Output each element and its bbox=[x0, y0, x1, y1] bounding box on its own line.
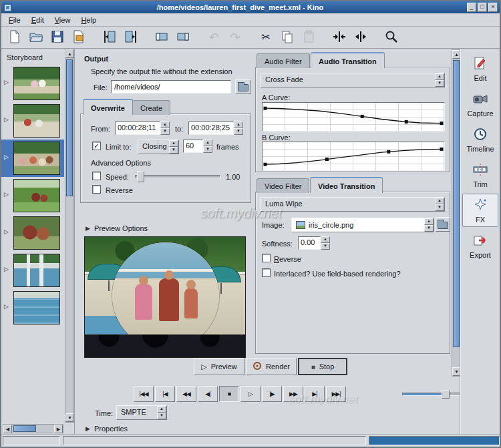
combo-steppers[interactable]: ▲▼ bbox=[424, 218, 434, 232]
clip-thumbnail[interactable] bbox=[13, 216, 60, 250]
spin-up-icon[interactable]: ▲ bbox=[160, 122, 170, 128]
join-scenes-button[interactable] bbox=[330, 28, 349, 47]
insert-clip-after-button[interactable] bbox=[122, 28, 140, 47]
open-file-button[interactable] bbox=[27, 28, 45, 47]
audio-transition-combo[interactable]: Cross Fade ▲▼ bbox=[261, 73, 445, 87]
clip-thumbnail[interactable] bbox=[13, 291, 60, 324]
redo-button[interactable]: ↷ bbox=[226, 28, 244, 47]
mode-button-export[interactable]: Export bbox=[462, 229, 498, 262]
limit-mode-combo[interactable]: Closing ▲▼ bbox=[138, 140, 179, 154]
split-scene-button[interactable] bbox=[351, 28, 370, 47]
transport-button[interactable]: ▶▶| bbox=[326, 386, 346, 402]
time-format-combo[interactable]: SMPTE ▲▼ bbox=[116, 405, 167, 420]
mode-button-fx[interactable]: FX bbox=[462, 194, 498, 227]
combo-down-icon[interactable]: ▼ bbox=[169, 147, 178, 154]
copy-button[interactable] bbox=[278, 28, 297, 47]
frames-spinner[interactable]: 60 ▲▼ bbox=[183, 140, 212, 153]
frames-value[interactable]: 60 bbox=[183, 140, 203, 153]
spin-down-icon[interactable]: ▼ bbox=[203, 146, 212, 153]
storyboard-clip[interactable]: ▷ bbox=[1, 177, 64, 214]
combo-up-icon[interactable]: ▲ bbox=[169, 140, 178, 147]
speed-checkbox[interactable] bbox=[92, 172, 101, 180]
clip-thumbnail[interactable] bbox=[13, 142, 60, 175]
scroll-down-icon[interactable]: ▼ bbox=[65, 413, 74, 422]
reverse-checkbox[interactable] bbox=[92, 185, 101, 194]
storyboard-hscrollbar[interactable]: ◀ ▶ bbox=[3, 424, 63, 433]
undo-button[interactable]: ↶ bbox=[204, 28, 223, 47]
spin-down-icon[interactable]: ▼ bbox=[234, 128, 243, 135]
trim-end-button[interactable] bbox=[174, 28, 192, 47]
tab-audio-filter[interactable]: Audio Filter bbox=[257, 53, 310, 68]
maximize-button[interactable]: □ bbox=[478, 3, 487, 12]
menu-help[interactable]: Help bbox=[76, 15, 101, 25]
storyboard-vscrollbar[interactable]: ▲ ▼ bbox=[65, 49, 74, 423]
to-timecode-spinner[interactable]: 00:00:28;25 ▲▼ bbox=[188, 122, 243, 135]
transport-button[interactable]: ▶| bbox=[305, 386, 325, 402]
combo-steppers[interactable]: ▲▼ bbox=[157, 406, 166, 419]
transport-button[interactable]: ◀| bbox=[198, 386, 218, 402]
close-button[interactable]: × bbox=[488, 3, 498, 12]
from-timecode-value[interactable]: 00:00:28;11 bbox=[115, 122, 160, 135]
paste-button[interactable] bbox=[299, 28, 318, 47]
spin-up-icon[interactable]: ▲ bbox=[321, 236, 330, 243]
titlebar[interactable]: /home/videos/lauren_first_dive_meet.xml … bbox=[1, 1, 500, 13]
zoom-button[interactable] bbox=[382, 28, 401, 47]
spin-down-icon[interactable]: ▼ bbox=[160, 128, 170, 135]
preview-button[interactable]: ▷ Preview bbox=[194, 358, 244, 375]
mode-button-edit[interactable]: Edit bbox=[462, 52, 498, 85]
spin-down-icon[interactable]: ▼ bbox=[321, 243, 330, 250]
storyboard-clip[interactable]: ▷ bbox=[1, 252, 64, 289]
transport-button[interactable]: ▶▶ bbox=[283, 386, 303, 402]
scroll-left-icon[interactable]: ◀ bbox=[3, 425, 12, 433]
stop-button[interactable]: ■ Stop bbox=[298, 358, 347, 375]
storyboard-hscroll-thumb[interactable] bbox=[13, 425, 36, 432]
menu-edit[interactable]: Edit bbox=[27, 15, 49, 25]
menu-view[interactable]: View bbox=[50, 15, 75, 25]
storyboard-clip[interactable]: ▷ bbox=[1, 65, 64, 102]
video-transition-combo[interactable]: Luma Wipe ▲▼ bbox=[261, 197, 445, 212]
combo-steppers[interactable]: ▲▼ bbox=[169, 140, 178, 154]
spin-steppers[interactable]: ▲▼ bbox=[160, 122, 170, 135]
clip-thumbnail[interactable] bbox=[13, 67, 60, 100]
clip-thumbnail[interactable] bbox=[13, 179, 60, 212]
spin-up-icon[interactable]: ▲ bbox=[234, 122, 243, 128]
image-browse-button[interactable] bbox=[436, 217, 450, 232]
clip-thumbnail[interactable] bbox=[13, 104, 60, 138]
combo-steppers[interactable]: ▲▼ bbox=[435, 198, 444, 211]
minimize-button[interactable]: _ bbox=[467, 3, 476, 12]
properties-expander[interactable]: ▶ Properties bbox=[86, 425, 128, 433]
mode-button-timeline[interactable]: Timeline bbox=[462, 123, 498, 156]
save-file-button[interactable] bbox=[48, 28, 67, 47]
softness-spinner[interactable]: 0.00 ▲▼ bbox=[298, 236, 330, 250]
tab-video-transition[interactable]: Video Transition bbox=[310, 177, 383, 193]
spin-up-icon[interactable]: ▲ bbox=[203, 140, 212, 146]
combo-down-icon[interactable]: ▼ bbox=[157, 413, 166, 419]
combo-down-icon[interactable]: ▼ bbox=[435, 204, 444, 211]
b-curve-graph[interactable] bbox=[262, 142, 445, 171]
scroll-up-icon[interactable]: ▲ bbox=[65, 49, 74, 58]
a-curve-graph[interactable] bbox=[262, 102, 445, 132]
panel-vscroll-thumb[interactable] bbox=[453, 60, 460, 347]
mode-button-trim[interactable]: Trim bbox=[462, 158, 498, 192]
tab-video-filter[interactable]: Video Filter bbox=[257, 178, 309, 193]
preview-options-expander[interactable]: ▶ Preview Options bbox=[86, 224, 148, 232]
transport-button[interactable]: |◀◀ bbox=[134, 386, 154, 402]
storyboard-clip[interactable]: ▷ bbox=[1, 214, 64, 252]
softness-value[interactable]: 0.00 bbox=[298, 236, 321, 250]
tab-create[interactable]: Create bbox=[132, 100, 170, 115]
transport-button[interactable]: ◀◀ bbox=[176, 386, 196, 402]
combo-down-icon[interactable]: ▼ bbox=[424, 225, 434, 232]
mode-button-capture[interactable]: Capture bbox=[462, 87, 498, 121]
spin-steppers[interactable]: ▲▼ bbox=[321, 236, 330, 250]
volume-slider[interactable] bbox=[402, 393, 461, 396]
combo-down-icon[interactable]: ▼ bbox=[435, 80, 444, 87]
limit-checkbox[interactable] bbox=[92, 142, 101, 150]
storyboard-clip[interactable]: ▷ bbox=[1, 140, 64, 177]
tab-audio-transition[interactable]: Audio Transition bbox=[311, 52, 385, 68]
volume-slider-handle[interactable] bbox=[442, 390, 450, 399]
combo-up-icon[interactable]: ▲ bbox=[435, 73, 444, 80]
scroll-right-icon[interactable]: ▶ bbox=[54, 425, 63, 433]
clip-thumbnail[interactable] bbox=[13, 254, 60, 287]
publish-movie-button[interactable] bbox=[69, 28, 88, 47]
spin-steppers[interactable]: ▲▼ bbox=[203, 140, 212, 153]
